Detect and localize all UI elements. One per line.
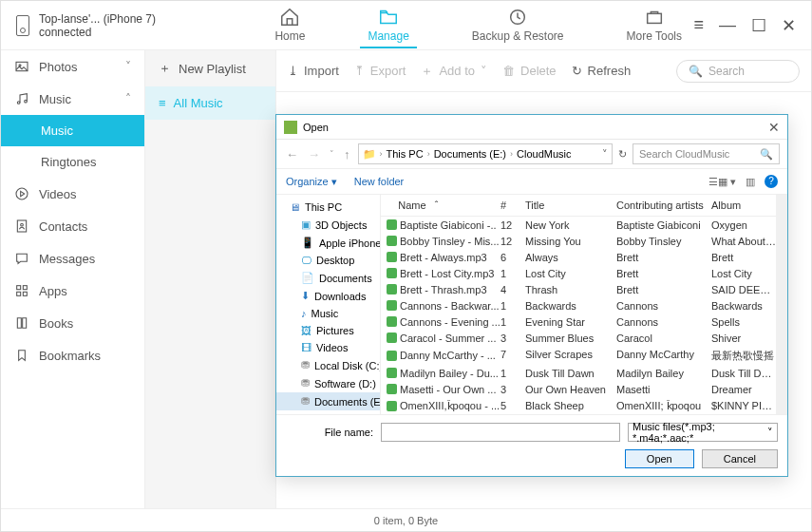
- file-row[interactable]: Brett - Lost City.mp31Lost CityBrettLost…: [381, 265, 776, 281]
- delete-button[interactable]: 🗑Delete: [502, 64, 557, 78]
- search-input[interactable]: 🔍Search: [676, 60, 800, 83]
- file-row[interactable]: Masetti - Our Own ...3Our Own HeavenMase…: [381, 381, 776, 397]
- audio-file-icon: [387, 300, 397, 311]
- audio-file-icon: [387, 252, 397, 262]
- cancel-button[interactable]: Cancel: [702, 449, 778, 468]
- sidebar: Photos Music Music Ringtones Videos Cont…: [1, 50, 145, 508]
- col-num[interactable]: #: [500, 200, 525, 211]
- close-icon[interactable]: ✕: [782, 15, 796, 36]
- sidebar-item-contacts[interactable]: Contacts: [1, 210, 144, 242]
- tree-desktop[interactable]: 🖵Desktop: [276, 252, 380, 269]
- tree-downloads[interactable]: ⬇Downloads: [276, 287, 380, 305]
- file-row[interactable]: Caracol - Summer ...3Summer BluesCaracol…: [381, 330, 776, 346]
- export-icon: ⤒: [354, 64, 365, 78]
- recent-icon[interactable]: ˅: [328, 149, 336, 159]
- folder-tree: 🖥This PC ▣3D Objects 📱Apple iPhone 🖵Desk…: [276, 195, 381, 414]
- file-type-filter[interactable]: Music files(*.mp3; *.m4a;*.aac;*˅: [628, 423, 778, 442]
- view-mode-button[interactable]: ☰▦ ▾: [708, 176, 736, 188]
- tree-documents[interactable]: 📄Documents: [276, 269, 380, 287]
- col-album[interactable]: Album: [711, 200, 776, 211]
- file-row[interactable]: Cannons - Evening ...1Evening StarCannon…: [381, 314, 776, 330]
- col-name[interactable]: Name ˆ: [387, 200, 500, 211]
- tree-3d-objects[interactable]: ▣3D Objects: [276, 216, 380, 234]
- back-icon[interactable]: ←: [284, 147, 300, 162]
- toolbar: ⤓Import ⤒Export ＋Add to˅ 🗑Delete ↻Refres…: [276, 50, 811, 92]
- chevron-down-icon: ˅: [481, 64, 487, 78]
- audio-file-icon: [387, 351, 397, 361]
- audio-file-icon: [387, 219, 397, 230]
- tab-tools[interactable]: More Tools: [619, 3, 689, 48]
- tree-documents-e[interactable]: ⛃Documents (E:): [276, 392, 380, 410]
- dialog-footer: File name: Music files(*.mp3; *.m4a;*.aa…: [276, 414, 787, 476]
- file-list-scrollbar[interactable]: [776, 195, 787, 414]
- tree-iphone[interactable]: 📱Apple iPhone: [276, 234, 380, 252]
- sidebar-item-music[interactable]: Music: [1, 83, 144, 115]
- folder-icon: 📁: [363, 148, 376, 161]
- organize-button[interactable]: Organize ▾: [286, 176, 337, 188]
- maximize-icon[interactable]: ☐: [751, 15, 766, 36]
- filename-label: File name:: [286, 427, 373, 438]
- sidebar-item-bookmarks[interactable]: Bookmarks: [1, 339, 144, 371]
- statusbar: 0 item, 0 Byte: [1, 508, 811, 531]
- tab-backup[interactable]: Backup & Restore: [464, 3, 572, 48]
- sidebar-sub-ringtones[interactable]: Ringtones: [1, 146, 144, 178]
- file-list: Name ˆ # Title Contributing artists Albu…: [381, 195, 776, 414]
- menu-icon[interactable]: ≡: [693, 15, 704, 35]
- window-controls: ≡ — ☐ ✕: [693, 15, 796, 36]
- tree-this-pc[interactable]: 🖥This PC: [276, 199, 380, 216]
- help-icon[interactable]: ?: [765, 175, 778, 188]
- file-row[interactable]: Danny McCarthy - ...7Silver ScrapesDanny…: [381, 346, 776, 365]
- refresh-button[interactable]: ↻Refresh: [572, 64, 632, 78]
- dialog-title: Open: [303, 122, 329, 133]
- sidebar-item-apps[interactable]: Apps: [1, 275, 144, 307]
- tab-manage[interactable]: Manage: [360, 3, 416, 48]
- new-playlist-button[interactable]: ＋ New Playlist: [145, 50, 275, 86]
- new-folder-button[interactable]: New folder: [354, 176, 405, 187]
- filename-input[interactable]: [381, 423, 620, 442]
- tree-software-d[interactable]: ⛃Software (D:): [276, 374, 380, 392]
- all-music-item[interactable]: ≡ All Music: [145, 86, 275, 120]
- audio-file-icon: [387, 401, 397, 411]
- tree-videos[interactable]: 🎞Videos: [276, 339, 380, 356]
- addto-button[interactable]: ＋Add to˅: [421, 63, 487, 80]
- forward-icon[interactable]: →: [306, 147, 322, 162]
- audio-file-icon: [387, 236, 397, 246]
- refresh-icon: ↻: [572, 64, 582, 78]
- tree-music[interactable]: ♪Music: [276, 305, 380, 322]
- audio-file-icon: [387, 368, 397, 378]
- file-row[interactable]: OmenXIII,ǩpoqou - ...5Black SheepOmenXII…: [381, 397, 776, 414]
- preview-pane-button[interactable]: ▥: [746, 176, 755, 188]
- file-row[interactable]: Bobby Tinsley - Mis...12Missing YouBobby…: [381, 233, 776, 249]
- dialog-close-icon[interactable]: ✕: [768, 120, 780, 135]
- open-button[interactable]: Open: [625, 449, 694, 468]
- export-button[interactable]: ⤒Export: [354, 64, 406, 78]
- svg-rect-11: [17, 292, 21, 295]
- svg-point-5: [25, 100, 28, 103]
- breadcrumb[interactable]: 📁 › This PC › Documents (E:) › CloudMusi…: [358, 143, 614, 164]
- svg-point-4: [17, 102, 20, 104]
- sidebar-item-books[interactable]: Books: [1, 307, 144, 339]
- sidebar-sub-music[interactable]: Music: [1, 115, 144, 146]
- file-row[interactable]: Cannons - Backwar...1BackwardsCannonsBac…: [381, 297, 776, 314]
- breadcrumb-dropdown-icon[interactable]: ˅: [602, 148, 608, 161]
- col-title[interactable]: Title: [525, 200, 616, 211]
- minimize-icon[interactable]: —: [719, 15, 736, 35]
- file-row[interactable]: Brett - Always.mp36AlwaysBrettBrett: [381, 249, 776, 265]
- file-row[interactable]: Brett - Thrash.mp34ThrashBrettSAID DEEP …: [381, 281, 776, 297]
- sidebar-item-messages[interactable]: Messages: [1, 242, 144, 275]
- nav-refresh-icon[interactable]: ↻: [618, 148, 627, 161]
- import-button[interactable]: ⤓Import: [288, 64, 339, 78]
- sidebar-item-photos[interactable]: Photos: [1, 50, 144, 83]
- tab-home[interactable]: Home: [267, 3, 312, 48]
- sidebar-item-videos[interactable]: Videos: [1, 178, 144, 210]
- svg-point-6: [16, 188, 28, 200]
- up-icon[interactable]: ↑: [342, 147, 352, 162]
- audio-file-icon: [387, 268, 397, 278]
- file-row[interactable]: Baptiste Giabiconi -..12New YorkBaptiste…: [381, 217, 776, 233]
- col-artists[interactable]: Contributing artists: [616, 200, 711, 211]
- tree-pictures[interactable]: 🖼Pictures: [276, 322, 380, 339]
- file-row[interactable]: Madilyn Bailey - Du...1Dusk Till DawnMad…: [381, 365, 776, 381]
- svg-rect-1: [647, 13, 661, 23]
- dialog-search-input[interactable]: Search CloudMusic 🔍: [633, 143, 780, 164]
- tree-local-c[interactable]: ⛃Local Disk (C:): [276, 356, 380, 374]
